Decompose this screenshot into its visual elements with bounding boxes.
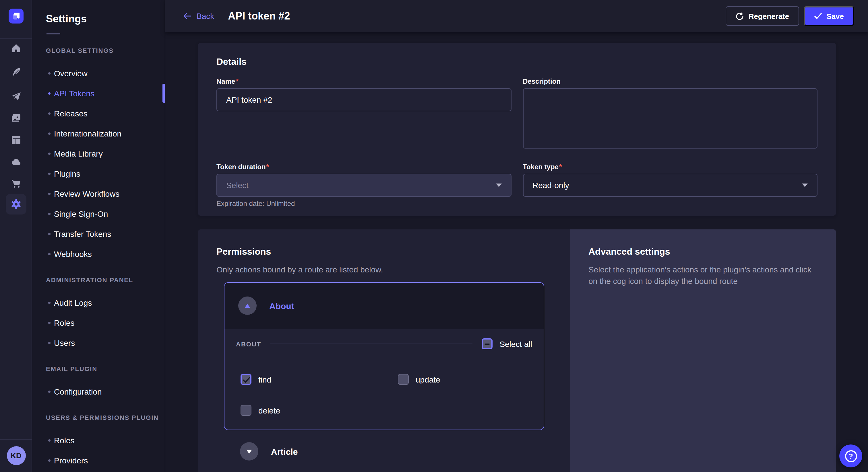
- actions-grid: find update delete: [241, 374, 532, 416]
- sidebar-item-api-tokens[interactable]: API Tokens: [32, 83, 165, 103]
- cloud-icon[interactable]: [0, 151, 32, 172]
- token-type-select[interactable]: Read-only: [523, 174, 817, 197]
- advanced-settings-heading: Advanced settings: [588, 245, 817, 258]
- administration-panel-list: Audit Logs Roles Users: [32, 293, 165, 353]
- sidebar-item-webhooks[interactable]: Webhooks: [32, 244, 165, 264]
- details-card: Details Name* Description Token duration…: [198, 43, 836, 216]
- expand-button[interactable]: [240, 442, 258, 461]
- advanced-settings-body: Select the application's actions or the …: [588, 264, 817, 287]
- chevron-down-icon: [496, 183, 501, 187]
- action-find-label: find: [258, 375, 271, 384]
- select-all-row[interactable]: Select all: [482, 338, 532, 349]
- description-textarea[interactable]: [523, 88, 817, 148]
- token-duration-helper: Expiration date: Unlimited: [216, 200, 511, 208]
- help-button[interactable]: ?: [839, 444, 862, 467]
- sidebar-title: Settings: [32, 0, 165, 25]
- description-label: Description: [523, 77, 817, 86]
- sidebar-item-users[interactable]: Users: [32, 333, 165, 353]
- accordion-about-header[interactable]: About: [224, 283, 544, 329]
- sidebar-item-transfer-tokens[interactable]: Transfer Tokens: [32, 224, 165, 244]
- avatar[interactable]: KD: [7, 446, 26, 465]
- sidebar-item-releases[interactable]: Releases: [32, 103, 165, 123]
- bullet-icon: [48, 212, 51, 215]
- collapse-button[interactable]: [238, 297, 257, 315]
- media-icon[interactable]: [0, 108, 32, 129]
- back-label: Back: [196, 11, 214, 21]
- section-label-users-permissions-plugin: USERS & PERMISSIONS PLUGIN: [46, 413, 165, 422]
- details-form: Name* Description Token duration* Select…: [216, 77, 817, 208]
- section-label-global-settings: GLOBAL SETTINGS: [46, 46, 165, 55]
- sidebar-item-providers[interactable]: Providers: [32, 450, 165, 470]
- accordion-article-title: Article: [271, 446, 298, 456]
- bullet-icon: [48, 322, 51, 324]
- sidebar-item-audit-logs[interactable]: Audit Logs: [32, 293, 165, 312]
- token-duration-placeholder: Select: [226, 181, 249, 190]
- regenerate-button[interactable]: Regenerate: [725, 6, 799, 26]
- permissions-subtext: Only actions bound by a route are listed…: [216, 264, 552, 275]
- gear-icon[interactable]: [6, 194, 26, 214]
- section-label-administration-panel: ADMINISTRATION PANEL: [46, 275, 165, 284]
- permissions-panel: Permissions Only actions bound by a rout…: [198, 229, 570, 472]
- back-link[interactable]: Back: [183, 11, 214, 21]
- find-checkbox[interactable]: [241, 374, 251, 385]
- indeterminate-mark: [485, 343, 490, 345]
- details-heading: Details: [216, 56, 817, 68]
- home-icon[interactable]: [0, 38, 32, 59]
- bullet-icon: [48, 439, 51, 441]
- arrow-left-icon: [183, 12, 192, 20]
- bullet-icon: [48, 252, 51, 255]
- nav-rail: KD: [0, 0, 32, 472]
- save-button[interactable]: Save: [803, 6, 854, 26]
- bullet-icon: [48, 112, 51, 114]
- select-all-label: Select all: [499, 339, 532, 348]
- chevron-down-icon: [246, 449, 252, 453]
- delete-checkbox[interactable]: [241, 405, 251, 416]
- sidebar-item-media-library[interactable]: Media Library: [32, 143, 165, 164]
- action-delete-label: delete: [258, 406, 280, 415]
- required-mark: *: [236, 77, 238, 86]
- permissions-heading: Permissions: [216, 245, 552, 258]
- sidebar-item-review-workflows[interactable]: Review Workflows: [32, 183, 165, 204]
- strapi-logo[interactable]: [9, 9, 24, 24]
- about-group-label: ABOUT: [236, 340, 261, 347]
- cart-icon[interactable]: [0, 173, 32, 194]
- name-field-group: Name*: [216, 77, 511, 151]
- bullet-icon: [48, 72, 51, 74]
- action-update-label: update: [415, 375, 440, 384]
- token-type-label: Token type*: [523, 162, 817, 171]
- permissions-section: Permissions Only actions bound by a rout…: [198, 229, 836, 472]
- users-permissions-list: Roles Providers: [32, 430, 165, 470]
- required-mark: *: [267, 163, 269, 171]
- sidebar-item-configuration[interactable]: Configuration: [32, 381, 165, 401]
- sidebar-title-divider: [46, 33, 60, 34]
- active-item-indicator: [162, 84, 165, 103]
- bullet-icon: [48, 341, 51, 344]
- sidebar-item-overview[interactable]: Overview: [32, 63, 165, 83]
- select-all-checkbox[interactable]: [482, 338, 493, 349]
- token-type-value: Read-only: [532, 181, 569, 190]
- header-actions: Regenerate Save: [725, 6, 854, 26]
- feather-icon[interactable]: [0, 62, 32, 82]
- layout-icon[interactable]: [0, 130, 32, 150]
- accordion-article-header[interactable]: Article: [240, 442, 552, 461]
- sidebar-item-plugins[interactable]: Plugins: [32, 164, 165, 183]
- chevron-up-icon: [245, 304, 250, 308]
- action-update[interactable]: update: [398, 374, 532, 385]
- sidebar-item-single-sign-on[interactable]: Single Sign-On: [32, 204, 165, 224]
- token-duration-select[interactable]: Select: [216, 174, 511, 197]
- token-duration-field-group: Token duration* Select Expiration date: …: [216, 162, 511, 208]
- paper-plane-icon[interactable]: [0, 86, 32, 107]
- settings-sidebar: Settings GLOBAL SETTINGS Overview API To…: [32, 0, 165, 472]
- bullet-icon: [48, 390, 51, 393]
- name-input[interactable]: [216, 88, 511, 111]
- rail-divider-bottom: [0, 439, 32, 440]
- sidebar-item-internationalization[interactable]: Internationalization: [32, 123, 165, 143]
- sidebar-item-admin-roles[interactable]: Roles: [32, 312, 165, 333]
- bullet-icon: [48, 172, 51, 175]
- sidebar-item-up-roles[interactable]: Roles: [32, 430, 165, 450]
- action-delete[interactable]: delete: [241, 405, 398, 416]
- update-checkbox[interactable]: [398, 374, 409, 385]
- main-content: Back API token #2 Regenerate Save: [165, 0, 868, 472]
- action-find[interactable]: find: [241, 374, 398, 385]
- chevron-down-icon: [802, 183, 808, 187]
